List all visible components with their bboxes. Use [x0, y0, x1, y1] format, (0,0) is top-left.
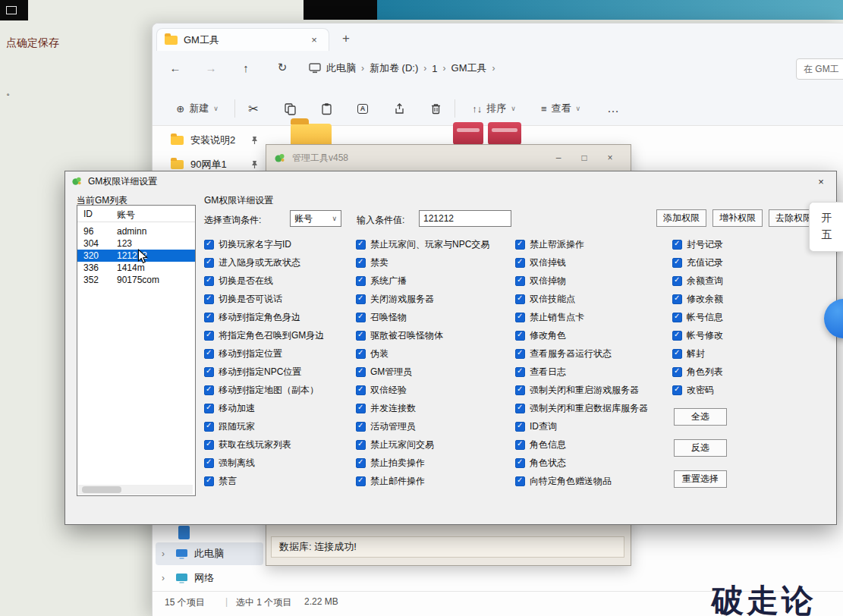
perm-checkbox[interactable]: 禁止帮派操作: [515, 238, 584, 250]
more-button[interactable]: …: [600, 95, 626, 122]
perm-checkbox[interactable]: GM管理员: [356, 366, 412, 378]
new-button[interactable]: ⊕ 新建 ∨: [166, 95, 228, 122]
perm-checkbox[interactable]: 向特定角色赠送物品: [515, 475, 612, 487]
perm-checkbox[interactable]: 双倍技能点: [515, 293, 575, 305]
perm-checkbox[interactable]: 移动到指定地图（副本）: [204, 384, 319, 396]
perm-checkbox[interactable]: 切换是否可说话: [204, 293, 282, 305]
side-panel-tab[interactable]: 开 五: [809, 202, 843, 252]
perm-checkbox[interactable]: 余额查询: [672, 275, 723, 287]
invert-selection-button[interactable]: 反选: [674, 439, 727, 457]
refresh-button[interactable]: ↻: [271, 57, 294, 78]
sidebar-item-this-pc[interactable]: › 此电脑: [156, 542, 263, 565]
gm-list-row[interactable]: 96adminn: [77, 225, 195, 237]
perm-checkbox[interactable]: 查看日志: [515, 366, 566, 378]
gm-list-row[interactable]: 304123: [77, 237, 195, 250]
dialog-titlebar[interactable]: GM权限详细设置: [65, 171, 836, 191]
share-button[interactable]: [386, 95, 412, 122]
perm-checkbox[interactable]: 移动到指定位置: [204, 347, 282, 360]
perm-checkbox[interactable]: 伪装: [356, 347, 388, 360]
perm-checkbox[interactable]: 驱散被召唤怪物体: [356, 329, 443, 341]
perm-checkbox[interactable]: 禁言: [204, 475, 237, 487]
new-tab-button[interactable]: +: [342, 31, 350, 46]
perm-checkbox[interactable]: 双倍经验: [356, 384, 407, 396]
select-all-button[interactable]: 全选: [674, 408, 727, 426]
scrollbar-thumb[interactable]: [82, 486, 121, 493]
chevron-right-icon[interactable]: ›: [162, 573, 169, 583]
perm-checkbox[interactable]: 将指定角色召唤到GM身边: [204, 329, 324, 341]
perm-checkbox[interactable]: 帐号信息: [672, 311, 723, 323]
sort-button[interactable]: ↑↓ 排序 ∨: [462, 95, 526, 122]
checkbox-checked-icon: [672, 276, 682, 286]
perm-checkbox[interactable]: 解封: [672, 347, 705, 360]
horizontal-scrollbar[interactable]: [78, 485, 193, 495]
perm-checkbox[interactable]: 禁止玩家间交易: [356, 438, 434, 451]
sidebar-item-network[interactable]: › 网络: [156, 567, 263, 589]
perm-checkbox[interactable]: 角色信息: [515, 438, 566, 451]
breadcrumb-this-pc[interactable]: 此电脑: [326, 61, 356, 75]
breadcrumb-gm-tools[interactable]: GM工具: [451, 61, 487, 75]
perm-checkbox[interactable]: 移动到指定NPC位置: [204, 366, 301, 378]
perm-checkbox[interactable]: 召唤怪物: [356, 311, 407, 323]
maximize-button[interactable]: □: [571, 149, 597, 167]
query-condition-select[interactable]: 账号 ∨: [290, 210, 341, 227]
tab-close-icon[interactable]: ×: [307, 34, 321, 46]
perm-checkbox[interactable]: 系统广播: [356, 275, 407, 287]
reset-selection-button[interactable]: 重置选择: [674, 470, 727, 488]
perm-checkbox[interactable]: 修改角色: [515, 329, 566, 341]
perm-checkbox[interactable]: 禁止销售点卡: [515, 311, 584, 323]
perm-checkbox[interactable]: 禁卖: [356, 256, 388, 269]
perm-checkbox[interactable]: 关闭游戏服务器: [356, 293, 434, 305]
perm-checkbox[interactable]: 强制关闭和重启数据库服务器: [515, 402, 648, 414]
dialog-close-button[interactable]: ×: [809, 174, 833, 189]
perm-checkbox[interactable]: 并发连接数: [356, 402, 416, 414]
perm-checkbox[interactable]: 双倍掉钱: [515, 256, 566, 269]
perm-checkbox[interactable]: 封号记录: [672, 238, 723, 250]
checkbox-checked-icon: [204, 258, 214, 268]
perm-checkbox[interactable]: 双倍掉物: [515, 275, 566, 287]
perm-checkbox[interactable]: 充值记录: [672, 256, 723, 269]
perm-checkbox[interactable]: 查看服务器运行状态: [515, 347, 612, 360]
close-button[interactable]: ×: [597, 149, 623, 167]
minimize-button[interactable]: –: [546, 149, 571, 167]
perm-checkbox[interactable]: 跟随玩家: [204, 420, 255, 432]
perm-checkbox[interactable]: 改密码: [672, 384, 714, 396]
gm-list-row[interactable]: 35290175com: [77, 274, 195, 286]
chevron-right-icon[interactable]: ›: [162, 548, 169, 559]
perm-checkbox[interactable]: 禁止邮件操作: [356, 475, 425, 487]
perm-checkbox[interactable]: 切换是否在线: [204, 275, 273, 287]
condition-value-input[interactable]: [419, 210, 511, 227]
tool-window-titlebar[interactable]: 管理工具v458 – □ ×: [266, 145, 631, 171]
breadcrumb-drive-d[interactable]: 新加卷 (D:): [370, 61, 418, 75]
cut-button[interactable]: ✂: [241, 95, 266, 122]
perm-checkbox[interactable]: 禁止拍卖操作: [356, 457, 425, 469]
rename-button[interactable]: [350, 95, 376, 122]
delete-button[interactable]: [423, 95, 448, 122]
perm-checkbox[interactable]: ID查询: [515, 420, 557, 432]
tab-gm-tools[interactable]: GM工具 ×: [156, 28, 329, 51]
perm-checkbox[interactable]: 活动管理员: [356, 420, 416, 432]
perm-checkbox[interactable]: 强制关闭和重启游戏服务器: [515, 384, 639, 396]
back-button[interactable]: ←: [164, 57, 187, 78]
file-icon-archive[interactable]: [453, 122, 483, 145]
perm-checkbox[interactable]: 移动到指定角色身边: [204, 311, 300, 323]
paste-button[interactable]: [313, 95, 339, 122]
perm-checkbox[interactable]: 强制离线: [204, 457, 255, 469]
perm-checkbox[interactable]: 移动加速: [204, 402, 255, 414]
perm-checkbox[interactable]: 进入隐身或无敌状态: [204, 256, 300, 269]
up-button[interactable]: ↑: [234, 57, 257, 78]
perm-checkbox[interactable]: 切换玩家名字与ID: [204, 238, 291, 250]
forward-button[interactable]: →: [200, 57, 222, 78]
sidebar-item-install-notes[interactable]: 安装说明2: [171, 130, 269, 151]
add-permission-button[interactable]: 添加权限: [656, 209, 706, 227]
perm-checkbox[interactable]: 修改余额: [672, 293, 723, 305]
extend-permission-button[interactable]: 增补权限: [712, 209, 763, 227]
perm-checkbox[interactable]: 禁止玩家间、玩家与NPC交易: [356, 238, 489, 250]
perm-checkbox[interactable]: 帐号修改: [672, 329, 723, 341]
view-button[interactable]: ≡ 查看 ∨: [529, 95, 593, 122]
perm-checkbox[interactable]: 角色状态: [515, 457, 566, 469]
breadcrumb-folder-1[interactable]: 1: [432, 63, 437, 74]
perm-checkbox[interactable]: 获取在线玩家列表: [204, 438, 291, 451]
search-input[interactable]: 在 GM工: [796, 58, 843, 80]
file-icon-archive[interactable]: [488, 122, 521, 145]
perm-checkbox[interactable]: 角色列表: [672, 366, 723, 378]
